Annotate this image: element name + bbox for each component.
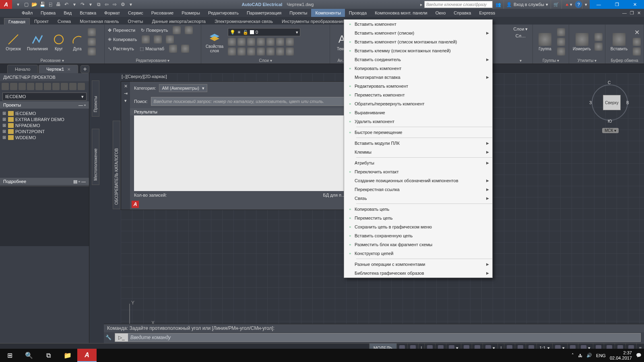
palette-pin-icon[interactable]: ⇥ — [123, 90, 128, 96]
menu-file[interactable]: Файл — [18, 9, 37, 17]
menu-modify[interactable]: Редактировать — [204, 9, 243, 17]
ribtab-panel[interactable]: Монтажная панель — [75, 18, 123, 25]
mdi-close-button[interactable]: ✕ — [637, 10, 641, 16]
layer-icon-13[interactable] — [276, 47, 284, 56]
layer-dropdown[interactable]: 💡 ☀ 🔓 0 ▾ — [228, 28, 300, 36]
pm-tool-1[interactable] — [2, 83, 9, 90]
expand-icon[interactable]: ⊞ — [2, 135, 6, 140]
menu-projects[interactable]: Проекты — [285, 9, 311, 17]
dropdown-item[interactable]: ▫Переместить компонент — [344, 90, 492, 99]
pm-tool-4[interactable] — [27, 83, 34, 90]
dropdown-item[interactable]: Связь▶ — [344, 194, 492, 203]
expand-icon[interactable]: ⊞ — [2, 117, 6, 122]
pm-tool-3[interactable] — [19, 83, 26, 90]
extend-icon[interactable] — [185, 26, 193, 34]
mirror-icon[interactable] — [142, 35, 150, 43]
pm-section-projects[interactable]: Проекты— ▫ — [0, 101, 89, 109]
panel-label-layersel[interactable]: ▾ — [511, 58, 530, 64]
command-input[interactable]: Введите команду — [128, 335, 640, 340]
pm-tool-9[interactable] — [69, 83, 76, 90]
tray-network-icon[interactable]: 🖧 — [578, 353, 582, 358]
menu-express[interactable]: Express — [475, 9, 499, 17]
dropdown-item[interactable]: ▫Вставить сохраненную цепь — [344, 231, 492, 240]
chamfer-icon[interactable] — [166, 35, 174, 43]
command-line[interactable]: ▷_ Введите команду — [115, 333, 641, 342]
keyword-search-input[interactable]: Введите ключевое слово/фразу — [424, 1, 493, 8]
layer-icon-10[interactable] — [247, 47, 255, 56]
dropdown-item[interactable]: ▫Разместить блок как фрагмент схемы — [344, 240, 492, 249]
layer-icon-2[interactable] — [237, 38, 246, 46]
layer-icon-11[interactable] — [257, 47, 265, 56]
plot-icon[interactable]: 🖶 — [55, 1, 62, 8]
menu-view[interactable]: Вид — [60, 9, 76, 17]
palette-grip[interactable]: ✕ ⇥ ▾ — [121, 82, 130, 210]
explorer-button[interactable]: 📁 — [58, 349, 77, 362]
save-icon[interactable]: 💾 — [39, 1, 46, 8]
expand-icon[interactable]: ⊞ — [2, 123, 6, 128]
redo-drop-icon[interactable]: ▾ — [87, 1, 94, 8]
menu-panel-layout[interactable]: Компоновка монт. панели — [371, 9, 431, 17]
cmd-wrench-icon[interactable]: 🔧 — [105, 335, 111, 340]
qat-menu-icon[interactable]: ▾ — [14, 1, 22, 8]
undo-drop-icon[interactable]: ▾ — [71, 1, 78, 8]
ribbon-close-icon[interactable]: ✕ — [633, 28, 641, 36]
help-icon[interactable]: ? — [575, 1, 582, 8]
ribtab-home[interactable]: Главная — [4, 18, 30, 25]
doctab-start[interactable]: Начало — [7, 65, 38, 73]
app-logo[interactable]: A — [0, 0, 12, 9]
start-button[interactable]: ⊞ — [0, 349, 19, 362]
dropdown-item[interactable]: ▫Копировать цепь — [344, 205, 492, 214]
layer-sel1[interactable]: Слои ▾ — [513, 26, 529, 32]
draw-extra1-icon[interactable] — [88, 28, 96, 36]
tree-node[interactable]: ⊞IECDEMO — [2, 110, 87, 116]
pm-tool-8[interactable] — [61, 83, 68, 90]
palette-menu-icon[interactable]: ▾ — [123, 98, 128, 103]
dropdown-item[interactable]: ▫Конструктор цепей — [344, 249, 492, 258]
next-icon[interactable]: ⇨ — [111, 1, 118, 8]
tree-node[interactable]: ⊞POINT2POINT — [2, 128, 87, 134]
sign-in-button[interactable]: 👤 Вход в службы ▾ — [504, 0, 551, 9]
dropdown-item[interactable]: Многократная вставка▶ — [344, 73, 492, 82]
menu-window[interactable]: Окно — [431, 9, 450, 17]
expand-icon[interactable]: ⊞ — [2, 111, 6, 116]
category-dropdown[interactable]: AM (Амперметры)▾ — [159, 84, 207, 92]
ribtab-emech[interactable]: Электромеханическая связь — [210, 18, 277, 25]
dropdown-item[interactable]: Создание позиционных обозначений компоне… — [344, 176, 492, 185]
dropdown-item[interactable]: ▫Вставить клемму (список монтажных панел… — [344, 46, 492, 55]
view-cube[interactable]: Сверху С В Ю З МСК ▾ — [588, 80, 632, 133]
window-close-button[interactable]: ✕ — [626, 0, 644, 9]
dropdown-item[interactable]: Вставить соединитель▶ — [344, 55, 492, 64]
draw-extra2-icon[interactable] — [88, 38, 96, 46]
panel-label-layers[interactable]: Слои ▾ — [204, 58, 327, 64]
dropdown-item[interactable]: ▫Копировать компонент — [344, 64, 492, 73]
extra1-icon[interactable]: ⚙ — [119, 1, 126, 8]
polyline-button[interactable]: Полилиния — [27, 33, 48, 51]
help-drop-icon[interactable]: ▾ — [582, 0, 590, 9]
layer-sel2[interactable]: Сл… — [515, 33, 526, 39]
dropdown-item[interactable]: Вставить модули ПЛК▶ — [344, 139, 492, 148]
clip-icon-1[interactable] — [633, 38, 641, 46]
mdi-minimize-button[interactable]: — — [622, 10, 627, 16]
layer-icon-6[interactable] — [276, 38, 284, 46]
dropdown-item[interactable]: Клеммы▶ — [344, 148, 492, 156]
panel-label-clipboard[interactable]: Буфер обмена — [608, 58, 641, 64]
layer-icon-14[interactable] — [286, 47, 294, 56]
circle-button[interactable]: Круг — [51, 33, 67, 51]
taskview-button[interactable]: ⧉ — [39, 349, 58, 362]
menu-edit[interactable]: Правка — [37, 9, 60, 17]
ungroup-icon[interactable] — [557, 28, 565, 36]
dropdown-item[interactable]: ▫Вставить компонент — [344, 20, 492, 29]
move-button[interactable]: ✥ Перенести — [107, 26, 136, 34]
layer-icon-7[interactable] — [286, 38, 294, 46]
viewcube-face[interactable]: Сверху — [603, 95, 621, 110]
new-icon[interactable]: ▢ — [23, 1, 30, 8]
ribtab-conversion[interactable]: Инструменты преобразования — [277, 18, 349, 25]
menu-components[interactable]: Компоненты — [311, 9, 345, 17]
ribtab-importexport[interactable]: Данные импорта/экспорта — [147, 18, 210, 25]
layer-icon-3[interactable] — [247, 38, 255, 46]
layer-icon-1[interactable] — [228, 38, 236, 46]
search-expand-icon[interactable]: ▸ — [419, 2, 424, 7]
rotate-button[interactable]: ↻ Повернуть — [140, 26, 169, 34]
layer-icon-9[interactable] — [237, 47, 246, 56]
dropdown-item[interactable]: Библиотека графических образов▶ — [344, 269, 492, 278]
